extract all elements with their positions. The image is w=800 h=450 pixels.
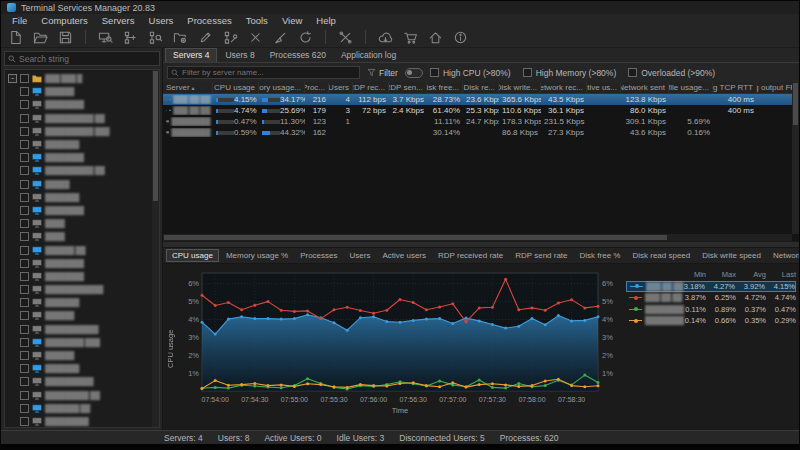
tree-item[interactable]: █████████ ██ — [7, 389, 151, 402]
tree-scrollbar[interactable] — [152, 70, 159, 427]
tree-scrollbar-thumb[interactable] — [153, 71, 158, 201]
tree-item[interactable]: ███████████ — [7, 323, 151, 336]
options-icon[interactable] — [338, 30, 353, 45]
server-row[interactable]: ███ ██ ██4.15%34.17%2164112 bps3.7 Kbps2… — [163, 94, 799, 105]
tree-item-checkbox[interactable] — [20, 325, 29, 334]
tree-item-checkbox[interactable] — [20, 298, 29, 307]
tree-item[interactable]: ████████ — [7, 151, 151, 164]
menu-file[interactable]: File — [5, 15, 34, 26]
chart-tab-users[interactable]: Users — [345, 250, 376, 261]
tree-item-checkbox[interactable] — [20, 259, 29, 268]
cleanup-icon[interactable] — [273, 30, 288, 45]
tree-item[interactable]: ████████ ███ — [7, 336, 151, 349]
column-header-users[interactable]: Users — [329, 82, 353, 93]
chart-tab-network-received[interactable]: Network received — [768, 250, 799, 261]
filter-checkbox[interactable] — [523, 68, 532, 77]
delete-icon[interactable] — [248, 30, 263, 45]
tree-item-checkbox[interactable] — [20, 140, 29, 149]
filter-option[interactable]: High Memory (>80%) — [523, 68, 617, 78]
tree-item[interactable]: ██████████ ██ — [7, 164, 151, 177]
tree-item-checkbox[interactable] — [20, 180, 29, 189]
tree-item-checkbox[interactable] — [20, 351, 29, 360]
manage-services-icon[interactable] — [173, 30, 188, 45]
menu-servers[interactable]: Servers — [95, 15, 142, 26]
column-header-proc[interactable]: Proc... — [305, 82, 329, 93]
column-header-activeus[interactable]: Active us... — [587, 82, 621, 93]
legend-row[interactable]: ███ ██ ██3.87%6.25%4.72%4.74% — [626, 292, 796, 304]
server-row[interactable]: ████████0.59%44.32%16230.14%86.8 Kbps27.… — [163, 127, 799, 138]
tab-servers-4[interactable]: Servers 4 — [165, 48, 217, 62]
filter-checkbox[interactable] — [430, 68, 439, 77]
tree-item-checkbox[interactable] — [20, 417, 29, 426]
column-header-memoryusage[interactable]: Memory usage... — [259, 82, 305, 93]
tree-item[interactable]: ███████ — [7, 362, 151, 375]
tree-item-checkbox[interactable] — [20, 364, 29, 373]
home-icon[interactable] — [428, 30, 443, 45]
menu-users[interactable]: Users — [142, 15, 181, 26]
menu-tools[interactable]: Tools — [239, 15, 275, 26]
legend-row[interactable]: ████████0.11%0.89%0.37%0.47% — [626, 304, 796, 316]
column-header-networksent[interactable]: Network sent — [621, 82, 669, 93]
tree-root-checkbox[interactable] — [20, 74, 29, 83]
chart-tab-rdp-send-rate[interactable]: RDP send rate — [510, 250, 572, 261]
tree-item[interactable]: ████████████ — [7, 283, 151, 296]
column-header-avgtcprtt[interactable]: Avg TCP RTT — [713, 82, 757, 93]
table-vertical-scrollbar[interactable] — [792, 82, 799, 234]
chart-tab-rdp-received-rate[interactable]: RDP received rate — [433, 250, 508, 261]
column-header-diskre[interactable]: Disk re... — [463, 82, 499, 93]
tree-item[interactable]: ██████ — [7, 309, 151, 322]
store-icon[interactable] — [403, 30, 418, 45]
tree-item-checkbox[interactable] — [20, 232, 29, 241]
tree-item[interactable]: ███████ — [7, 191, 151, 204]
column-header-rdprec[interactable]: RDP rec... — [353, 82, 389, 93]
tree-item[interactable]: ████████ — [7, 204, 151, 217]
server-row[interactable]: ███ ██ ██4.74%25.69%179372 bps2.4 Kbps61… — [163, 105, 799, 116]
update-icon[interactable] — [378, 30, 393, 45]
tree-item-checkbox[interactable] — [20, 311, 29, 320]
tree-root-item[interactable]: -███ ███ █ — [7, 72, 151, 85]
column-header-pagefileusage[interactable]: Pagefile usage... — [669, 82, 713, 93]
tree-item-checkbox[interactable] — [20, 272, 29, 281]
column-header-diskwrite[interactable]: Disk write... — [499, 82, 541, 93]
server-filter-input[interactable] — [182, 68, 356, 77]
table-horizontal-scrollbar[interactable] — [163, 234, 792, 241]
tree-item[interactable]: ███████ — [7, 138, 151, 151]
computer-settings-icon[interactable] — [223, 30, 238, 45]
tree-item-checkbox[interactable] — [20, 404, 29, 413]
tab-application-log[interactable]: Application log — [334, 49, 403, 62]
tree-item-checkbox[interactable] — [20, 246, 29, 255]
tree-item-checkbox[interactable] — [20, 100, 29, 109]
tree-item-checkbox[interactable] — [20, 219, 29, 228]
tree-item-checkbox[interactable] — [20, 114, 29, 123]
legend-row[interactable]: ███ ██ ██3.18%4.27%3.92%4.15% — [626, 281, 796, 293]
menu-computers[interactable]: Computers — [34, 15, 94, 26]
tree-item-checkbox[interactable] — [20, 153, 29, 162]
filter-checkbox[interactable] — [628, 68, 637, 77]
chart-tab-disk-free-[interactable]: Disk free % — [575, 250, 626, 261]
tree-item[interactable]: ████████ — [7, 270, 151, 283]
tree-item[interactable]: ██████ — [7, 349, 151, 362]
column-header-rdpsen[interactable]: RDP sen... — [389, 82, 427, 93]
tree-item[interactable]: ████████ — [7, 98, 151, 111]
menu-processes[interactable]: Processes — [180, 15, 238, 26]
tree-item[interactable]: ████████ — [7, 257, 151, 270]
chart-tab-disk-read-speed[interactable]: Disk read speed — [627, 250, 695, 261]
find-server-icon[interactable] — [148, 30, 163, 45]
column-header-diskfree[interactable]: Disk free... — [427, 82, 463, 93]
find-computer-icon[interactable] — [98, 30, 113, 45]
new-document-icon[interactable] — [8, 30, 23, 45]
chart-tab-processes[interactable]: Processes — [295, 250, 342, 261]
sidebar-search-input[interactable] — [19, 54, 156, 64]
column-header-server[interactable]: Server▴ — [163, 82, 213, 93]
edit-icon[interactable] — [198, 30, 213, 45]
open-folder-icon[interactable] — [33, 30, 48, 45]
refresh-icon[interactable] — [298, 30, 313, 45]
tree-item[interactable]: ████ — [7, 230, 151, 243]
save-icon[interactable] — [58, 30, 73, 45]
tree-item-checkbox[interactable] — [20, 87, 29, 96]
filter-option[interactable]: High CPU (>80%) — [430, 68, 511, 78]
chart-tab-memory-usage-[interactable]: Memory usage % — [221, 250, 293, 261]
tab-processes-620[interactable]: Processes 620 — [263, 49, 333, 62]
tree-item[interactable]: ██████ — [7, 85, 151, 98]
chart-tab-active-users[interactable]: Active users — [377, 250, 431, 261]
